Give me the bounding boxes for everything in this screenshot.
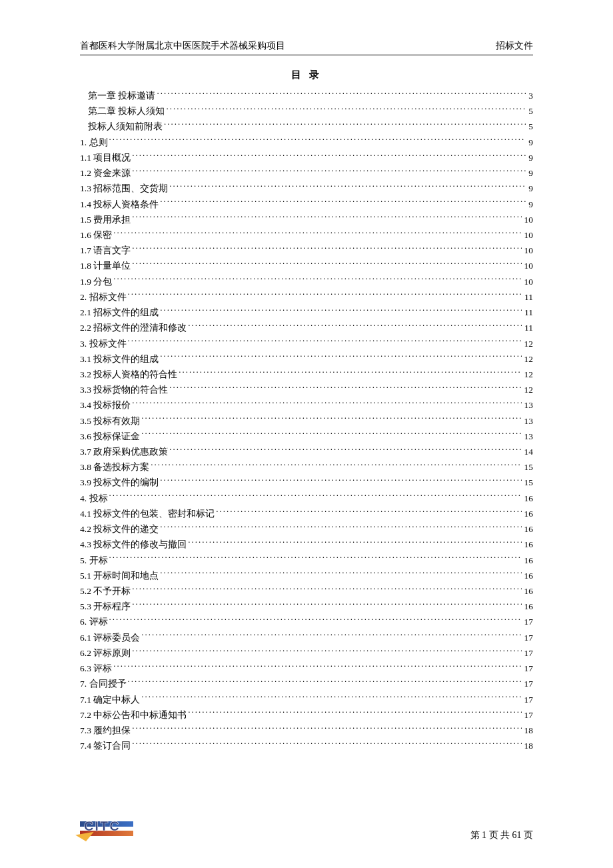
toc-leader-dots [132,167,526,177]
toc-entry: 1.1 项目概况9 [80,150,533,165]
toc-entry-label: 4. 投标 [80,491,108,506]
toc-leader-dots [188,709,521,718]
toc-entry-label: 第一章 投标邀请 [88,88,155,103]
toc-leader-dots [109,616,522,625]
toc-leader-dots [160,477,521,486]
toc-entry-page: 16 [523,553,534,568]
toc-entry-page: 12 [523,382,534,397]
toc-entry-page: 10 [523,212,534,227]
toc-entry: 1.2 资金来源9 [80,165,533,181]
toc-leader-dots [113,663,521,672]
toc-entry-label: 3.6 投标保证金 [80,429,140,444]
toc-leader-dots [109,554,522,563]
toc-leader-dots [132,601,521,610]
toc-entry: 6.3 评标17 [80,661,533,676]
toc-entry: 6.2 评标原则17 [80,645,533,661]
toc-entry-page: 9 [527,135,533,150]
toc-entry: 7.1 确定中标人17 [80,692,533,707]
running-header: 首都医科大学附属北京中医医院手术器械采购项目 招标文件 [80,40,533,55]
toc-entry-label: 5.2 不予开标 [80,583,131,599]
toc-entry-page: 12 [523,367,534,382]
toc-leader-dots [132,245,521,254]
toc-entry: 1.4 投标人资格条件9 [80,197,533,212]
toc-entry: 3.9 投标文件的编制15 [80,475,533,490]
toc-entry: 1.9 分包10 [80,274,533,289]
toc-entry-label: 3. 投标文件 [80,336,127,351]
toc-entry-label: 3.4 投标报价 [80,397,131,413]
toc-title: 目 录 [80,69,533,81]
toc-entry: 1.6 保密10 [80,227,533,243]
toc-entry-label: 1.1 项目概况 [80,150,131,165]
toc-entry: 6.1 评标委员会17 [80,630,533,645]
toc-entry-label: 1.7 语言文字 [80,243,131,258]
logo-text: CITC [84,819,121,834]
toc-entry-label: 1.2 资金来源 [80,165,131,181]
toc-leader-dots [132,585,521,595]
toc-entry-label: 3.2 投标人资格的符合性 [80,367,177,382]
toc-entry-page: 17 [523,614,534,629]
toc-leader-dots [169,183,526,192]
toc-entry-page: 17 [523,692,534,707]
toc-entry: 3.4 投标报价13 [80,397,533,413]
toc-entry-page: 9 [527,165,533,181]
toc-leader-dots [141,631,521,641]
citc-logo: CITC [80,817,140,841]
toc-entry-label: 3.8 备选投标方案 [80,459,149,475]
toc-entry: 1.5 费用承担10 [80,212,533,227]
document-page: 首都医科大学附属北京中医医院手术器械采购项目 招标文件 目 录 第一章 投标邀请… [0,0,613,868]
toc-leader-dots [216,507,521,517]
toc-entry-label: 7.2 中标公告和中标通知书 [80,707,187,723]
toc-entry: 6. 评标17 [80,614,533,629]
toc-entry-page: 10 [523,227,534,243]
toc-entry: 7.2 中标公告和中标通知书17 [80,707,533,723]
toc-entry-label: 投标人须知前附表 [88,119,163,134]
toc-entry-page: 16 [523,568,534,583]
toc-entry-label: 2.1 招标文件的组成 [80,305,159,320]
toc-entry-page: 16 [523,583,534,599]
toc-entry-page: 5 [527,119,533,134]
toc-entry: 3. 投标文件12 [80,336,533,351]
toc-leader-dots [160,198,526,207]
toc-entry: 2. 招标文件11 [80,289,533,305]
toc-entry-label: 5. 开标 [80,553,108,568]
toc-entry: 3.6 投标保证金13 [80,429,533,444]
toc-leader-dots [141,693,521,703]
toc-entry-page: 15 [523,475,534,490]
table-of-contents: 第一章 投标邀请3第二章 投标人须知5投标人须知前附表51. 总则91.1 项目… [80,88,533,753]
toc-entry-label: 2.2 招标文件的澄清和修改 [80,320,187,335]
toc-entry: 第一章 投标邀请3 [80,88,533,103]
toc-entry: 4.1 投标文件的包装、密封和标记16 [80,506,533,521]
toc-entry: 1.3 招标范围、交货期9 [80,181,533,196]
toc-entry-label: 6.3 评标 [80,661,112,676]
toc-entry: 2.1 招标文件的组成11 [80,305,533,320]
toc-entry-label: 7.3 履约担保 [80,723,131,738]
toc-entry-page: 11 [523,305,533,320]
toc-entry-page: 16 [523,599,534,614]
toc-entry-label: 6.1 评标委员会 [80,630,140,645]
toc-leader-dots [132,213,521,223]
toc-entry-label: 7.1 确定中标人 [80,692,140,707]
toc-entry: 3.5 投标有效期13 [80,413,533,429]
toc-entry-page: 9 [527,150,533,165]
toc-entry-page: 9 [527,197,533,212]
toc-leader-dots [160,569,521,579]
toc-entry-page: 15 [523,459,534,475]
toc-entry: 4.3 投标文件的修改与撤回16 [80,537,533,552]
toc-leader-dots [128,291,522,300]
toc-leader-dots [141,415,521,424]
toc-leader-dots [169,384,521,393]
toc-leader-dots [166,105,526,115]
toc-entry-label: 4.3 投标文件的修改与撤回 [80,537,187,552]
toc-entry-page: 12 [523,336,534,351]
toc-entry-label: 6. 评标 [80,614,108,629]
toc-entry-page: 14 [523,444,534,459]
header-left: 首都医科大学附属北京中医医院手术器械采购项目 [80,40,285,52]
toc-entry-label: 4.1 投标文件的包装、密封和标记 [80,506,215,521]
toc-entry-page: 17 [523,661,534,676]
toc-entry: 7.4 签订合同18 [80,738,533,753]
toc-entry-page: 13 [523,413,534,429]
toc-entry-label: 3.5 投标有效期 [80,413,140,429]
toc-entry: 4.2 投标文件的递交16 [80,521,533,537]
toc-leader-dots [160,523,521,533]
toc-entry-label: 3.1 投标文件的组成 [80,351,159,367]
